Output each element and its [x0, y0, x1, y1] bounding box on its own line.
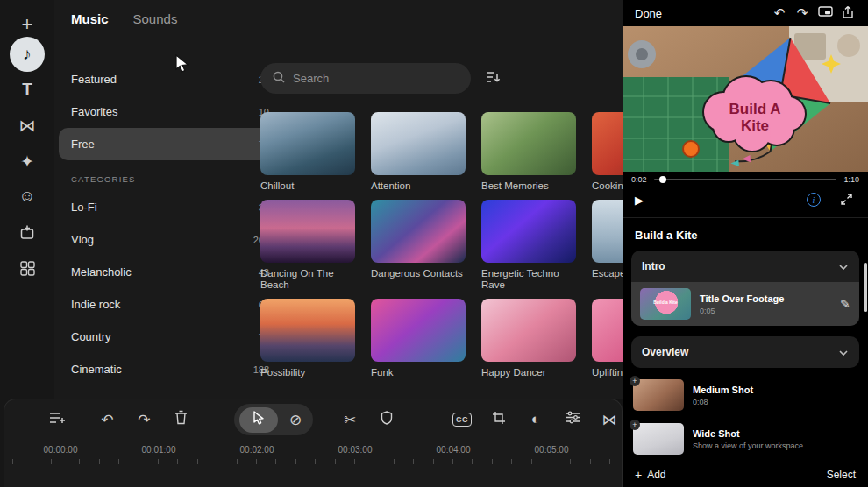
track-card-cooking[interactable]: Cooking [592, 112, 623, 192]
filters-button[interactable] [560, 406, 585, 433]
list-item-featured[interactable]: Featured 25 [59, 63, 288, 95]
undo-button[interactable]: ↶ [95, 406, 119, 433]
clip-card-medium-shot-1[interactable]: + Medium Shot 0:08 [631, 373, 859, 417]
track-card-best-memories[interactable]: Best Memories [481, 112, 576, 192]
list-item-melancholic[interactable]: Melancholic 43 [59, 256, 288, 288]
clip-thumbnail: + [633, 423, 684, 455]
clip-subtitle: 0:08 [693, 398, 857, 406]
transition-button[interactable]: ⋈ [597, 406, 622, 433]
section-overview: Overview [631, 336, 859, 368]
scrollbar[interactable] [864, 263, 867, 312]
preview-undo-button[interactable]: ↶ [768, 3, 791, 24]
tab-music[interactable]: Music [71, 11, 109, 26]
rail-item-templates[interactable] [10, 251, 45, 286]
rail-item-effects[interactable]: ✦ [10, 144, 45, 179]
track-card-dangerous-contacts[interactable]: Dangerous Contacts [371, 200, 466, 291]
grid-icon [20, 261, 35, 276]
track-thumbnail [371, 299, 466, 362]
fullscreen-button[interactable] [835, 189, 857, 210]
rail-item-audio[interactable]: ♪ [10, 37, 45, 72]
track-title: Attention [371, 180, 466, 192]
ruler-label: 00:02:00 [231, 445, 283, 455]
ruler-label: 00:05:00 [525, 445, 578, 455]
add-section-button[interactable]: + Add [635, 468, 666, 482]
captions-button[interactable]: CC [450, 406, 474, 433]
list-item-label: Favorites [71, 105, 117, 118]
redo-button[interactable]: ↷ [132, 406, 156, 433]
box-plus-icon [19, 224, 35, 240]
music-note-icon: ♪ [23, 45, 32, 64]
clip-title: Title Over Footage [700, 293, 824, 304]
select-button[interactable]: Select [827, 469, 856, 481]
clip-thumbnail: + [633, 379, 684, 411]
block-icon: ⊘ [289, 411, 302, 429]
search-input[interactable] [293, 72, 459, 85]
delete-button[interactable] [168, 406, 193, 433]
shield-icon [381, 411, 393, 429]
sort-icon [485, 74, 501, 87]
rail-item-transitions[interactable]: ⋈ [10, 108, 45, 143]
clip-card-title-over-footage[interactable]: Build a Kite Title Over Footage 0:05 ✎ [631, 282, 859, 326]
track-title: Best Memories [481, 180, 576, 192]
clip-card-wide-shot[interactable]: + Wide Shot Show a view of your workspac… [631, 417, 859, 461]
track-card-energetic-techno-rave[interactable]: Energetic Techno Rave [481, 200, 576, 291]
trash-icon [174, 410, 188, 429]
track-title: Energetic Techno Rave [481, 268, 576, 291]
section-overview-header[interactable]: Overview [631, 336, 859, 368]
video-preview[interactable]: Build A Kite [623, 26, 868, 172]
seek-bar[interactable] [654, 179, 837, 180]
export-button[interactable] [836, 3, 859, 24]
list-item-free[interactable]: Free 78 [59, 128, 288, 160]
info-button[interactable]: i [807, 193, 821, 207]
edit-clip-button[interactable]: ✎ [833, 297, 850, 311]
preview-redo-button[interactable]: ↷ [791, 3, 814, 24]
list-item-country[interactable]: Country 75 [59, 321, 288, 353]
list-item-label: Vlog [71, 233, 94, 246]
transition-icon: ⋈ [19, 116, 36, 136]
add-clip-badge[interactable]: + [630, 420, 640, 430]
playhead-dot[interactable] [659, 176, 666, 183]
track-card-dancing-on-the-beach[interactable]: Dancing On The Beach [260, 200, 355, 291]
add-to-timeline-button[interactable] [45, 406, 69, 433]
effects-sparkle-icon: ✦ [20, 152, 34, 172]
rail-item-media[interactable] [10, 215, 45, 250]
track-thumbnail [481, 299, 576, 362]
split-button[interactable]: ✂ [338, 406, 362, 433]
preview-display-button[interactable] [814, 3, 836, 24]
track-card-chillout[interactable]: Chillout [260, 112, 355, 192]
display-icon [818, 6, 833, 21]
rail-item-text[interactable]: T [10, 72, 45, 107]
track-card-attention[interactable]: Attention [371, 112, 466, 192]
track-thumbnail [481, 200, 576, 263]
mask-button[interactable] [374, 406, 399, 433]
play-button[interactable]: ▶ [635, 194, 644, 207]
track-card-uplifting[interactable]: Uplifting [592, 299, 623, 378]
done-button[interactable]: Done [635, 7, 662, 20]
disable-tool-button[interactable]: ⊘ [283, 406, 308, 433]
list-item-lofi[interactable]: Lo-Fi 35 [59, 191, 288, 223]
pointer-tool-button[interactable] [239, 407, 278, 433]
track-card-escape-reality[interactable]: Escape Reality [592, 200, 623, 291]
timeline-ruler[interactable]: 00:00:00 00:01:00 00:02:00 00:03:00 00:0… [4, 440, 622, 469]
list-item-favorites[interactable]: Favorites 10 [59, 95, 288, 128]
track-card-happy-dancer[interactable]: Happy Dancer [481, 299, 576, 378]
list-item-cinematic[interactable]: Cinematic 188 [59, 353, 288, 385]
redo-icon: ↷ [138, 411, 150, 429]
add-label: Add [647, 469, 665, 481]
sort-button[interactable] [485, 70, 501, 87]
add-clip-badge[interactable]: + [630, 376, 640, 386]
track-card-possibility[interactable]: Possibility [260, 299, 355, 378]
rail-item-stickers[interactable]: ☺ [10, 179, 45, 214]
list-item-vlog[interactable]: Vlog 262 [59, 223, 288, 256]
list-item-indie-rock[interactable]: Indie rock 68 [59, 288, 288, 321]
tab-sounds[interactable]: Sounds [133, 11, 178, 26]
adjust-contrast-button[interactable]: ◐ [523, 406, 548, 433]
track-card-funk[interactable]: Funk [371, 299, 466, 378]
search-box[interactable] [260, 63, 471, 94]
crop-button[interactable] [487, 406, 511, 433]
undo-icon: ↶ [101, 411, 113, 429]
bubble-text-line2: Kite [741, 117, 769, 134]
track-thumbnail [260, 112, 355, 175]
clip-subtitle: Show a view of your workspace [693, 441, 857, 450]
section-intro-header[interactable]: Intro [631, 251, 859, 282]
